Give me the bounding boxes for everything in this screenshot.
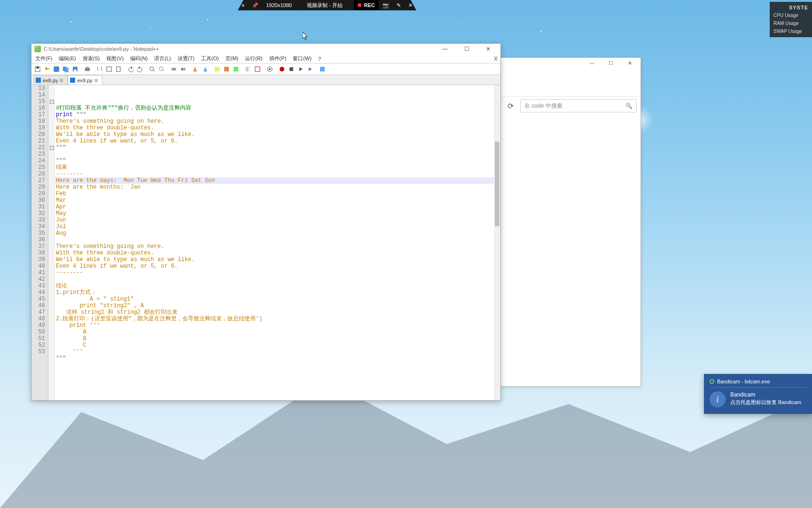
toolbar-button[interactable] — [170, 65, 178, 73]
code-line[interactable]: #打印段落 不允许将"""换行，否则会认为是注释内容 — [55, 105, 500, 111]
code-line[interactable]: A = " sting1" — [55, 296, 500, 302]
code-line[interactable]: Aug — [55, 230, 500, 237]
code-line[interactable]: -------- — [55, 270, 500, 276]
menu-item[interactable]: ? — [318, 56, 321, 62]
menu-item[interactable]: 设置(T) — [178, 55, 195, 62]
menu-item[interactable]: 文件(F) — [35, 55, 52, 62]
menu-item[interactable]: 编辑(E) — [59, 55, 76, 62]
toolbar-button[interactable] — [71, 65, 79, 73]
bandicam-notification[interactable]: Bandicam - bdcam.exe i Bandicam 点击托盘图标以恢… — [704, 374, 812, 414]
file-tab[interactable]: ex8.py⊠ — [33, 75, 68, 85]
toolbar-button[interactable] — [95, 65, 104, 73]
code-line[interactable]: Even 4 lines if we want, or 5, or 6. — [55, 263, 500, 270]
toolbar-button[interactable] — [33, 65, 42, 73]
scrollbar-thumb[interactable] — [495, 142, 500, 226]
explorer-close-button[interactable]: ✕ — [621, 59, 639, 67]
code-line[interactable]: print """ — [55, 111, 500, 118]
toolbar-button[interactable] — [114, 65, 123, 73]
menu-item[interactable]: 视图(V) — [106, 55, 124, 62]
menu-item[interactable]: 插件(P) — [269, 55, 287, 62]
code-line[interactable]: 1.print方式： — [55, 289, 500, 296]
tab-close-icon[interactable]: ⊠ — [60, 78, 63, 83]
code-line[interactable] — [55, 276, 500, 283]
tab-close-icon[interactable]: ⊠ — [94, 78, 98, 83]
code-line[interactable]: """ — [55, 158, 500, 164]
code-line[interactable]: 结论 — [55, 283, 500, 289]
toolbar-button[interactable] — [318, 65, 327, 73]
code-line[interactable]: print "string2" , A — [55, 302, 500, 309]
code-line[interactable]: With the three double-quotes. — [55, 125, 500, 131]
code-line[interactable]: We'll be able to type as much as we like… — [55, 131, 500, 138]
code-line[interactable] — [55, 98, 500, 105]
toolbar-button[interactable] — [157, 65, 166, 73]
window-titlebar[interactable]: C:\Users\wanfe\Desktop\code\ex9.py - Not… — [31, 44, 500, 54]
bandicam-close-icon[interactable]: ✕ — [405, 0, 416, 10]
code-line[interactable]: Jun — [55, 217, 500, 223]
code-line[interactable]: -------- — [55, 171, 500, 177]
code-line[interactable]: 这样 string1 和 string2 都会打印出来 — [55, 309, 500, 316]
file-tab[interactable]: ex9.py⊠ — [68, 75, 102, 85]
toolbar-button[interactable] — [83, 65, 92, 73]
code-line[interactable] — [55, 151, 500, 158]
explorer-refresh-button[interactable]: ⟳ — [504, 100, 516, 112]
menu-item[interactable]: 宏(M) — [226, 55, 239, 62]
bandicam-pencil-icon[interactable]: ✎ — [393, 0, 405, 10]
fold-toggle[interactable]: − — [50, 146, 54, 150]
toolbar-button[interactable] — [191, 65, 200, 73]
code-line[interactable]: May — [55, 210, 500, 217]
explorer-search-input[interactable]: 在 code 中搜索 🔍 — [520, 99, 637, 112]
maximize-button[interactable]: ☐ — [457, 44, 476, 54]
menu-item[interactable]: 窗口(W) — [293, 55, 312, 62]
menu-close-x[interactable]: X — [494, 56, 498, 62]
toolbar-button[interactable] — [222, 65, 231, 73]
menu-item[interactable]: 工具(O) — [201, 55, 219, 62]
code-content[interactable]: #打印段落 不允许将"""换行，否则会认为是注释内容print """There… — [55, 85, 500, 400]
menu-item[interactable]: 编码(N) — [130, 55, 148, 62]
code-line[interactable]: 2.段落打印：(这里应该使用"，因为是在注释里，会导致注释结束，故总结使用') — [55, 316, 500, 322]
code-line[interactable]: print ''' — [55, 322, 500, 329]
vertical-scrollbar[interactable] — [494, 85, 500, 400]
close-button[interactable]: ✕ — [479, 44, 498, 54]
toolbar-button[interactable] — [105, 65, 113, 73]
toolbar-button[interactable] — [306, 65, 314, 73]
toolbar-button[interactable] — [136, 65, 144, 73]
code-line[interactable]: Feb — [55, 190, 500, 197]
code-line[interactable]: Jul — [55, 223, 500, 230]
bandicam-menu-icon[interactable]: ≡ — [238, 0, 248, 10]
toolbar-button[interactable] — [287, 65, 296, 73]
toolbar-button[interactable] — [62, 65, 70, 73]
toolbar-button[interactable] — [201, 65, 209, 73]
code-line[interactable]: """ — [55, 144, 500, 151]
code-line[interactable]: Apr — [55, 204, 500, 210]
code-line[interactable]: Here are the days: Mon Tue Wed Thu Fri S… — [55, 177, 500, 184]
toolbar-button[interactable] — [244, 65, 252, 73]
toolbar-button[interactable] — [179, 65, 187, 73]
minimize-button[interactable]: — — [436, 44, 454, 54]
code-line[interactable] — [55, 362, 500, 368]
toolbar-button[interactable] — [148, 65, 156, 73]
bandicam-rec-button[interactable]: REC — [354, 0, 379, 10]
toolbar-button[interactable] — [43, 65, 51, 73]
toolbar-button[interactable] — [253, 65, 262, 73]
menu-item[interactable]: 语言(L) — [154, 55, 171, 62]
toolbar-button[interactable] — [297, 65, 305, 73]
toolbar-button[interactable] — [232, 65, 240, 73]
code-line[interactable]: Even 4 lines if we want, or 5, or 6. — [55, 138, 500, 144]
code-line[interactable]: Mar — [55, 197, 500, 204]
code-line[interactable]: With the three double-quotes. — [55, 250, 500, 256]
bandicam-pin-icon[interactable]: 📌 — [248, 0, 262, 10]
menu-item[interactable]: 搜索(S) — [83, 55, 100, 62]
code-line[interactable]: We'll be able to type as much as we like… — [55, 256, 500, 263]
code-line[interactable]: ''' — [55, 349, 500, 355]
code-line[interactable]: B — [55, 335, 500, 342]
code-line[interactable]: Here are the months: Jan — [55, 184, 500, 190]
code-line[interactable]: C — [55, 342, 500, 349]
code-line[interactable]: 结果 — [55, 164, 500, 171]
toolbar-button[interactable] — [213, 65, 221, 73]
explorer-minimize-button[interactable]: — — [583, 59, 601, 67]
explorer-maximize-button[interactable]: ☐ — [602, 59, 620, 67]
code-line[interactable]: There's something going on here. — [55, 118, 500, 125]
code-line[interactable]: There's something going on here. — [55, 243, 500, 250]
bandicam-camera-icon[interactable]: 📷 — [379, 0, 393, 10]
fold-toggle[interactable]: − — [50, 100, 54, 104]
